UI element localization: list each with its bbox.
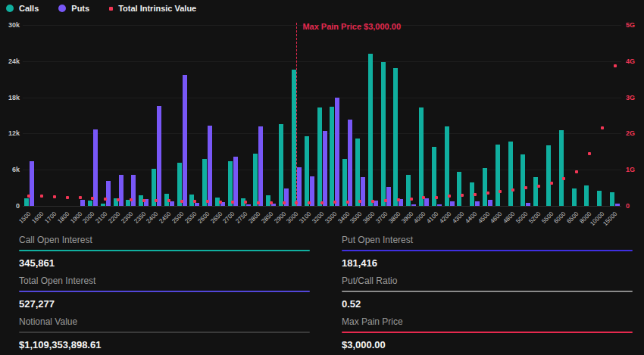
total-intrinsic-value-point[interactable] xyxy=(180,200,183,203)
total-intrinsic-value-point[interactable] xyxy=(562,177,565,180)
call-bar[interactable] xyxy=(572,188,577,206)
call-bar[interactable] xyxy=(406,175,411,206)
call-bar[interactable] xyxy=(381,62,386,206)
total-intrinsic-value-point[interactable] xyxy=(155,199,158,202)
call-bar[interactable] xyxy=(88,201,92,206)
call-bar[interactable] xyxy=(317,107,322,206)
total-intrinsic-value-point[interactable] xyxy=(474,193,477,196)
total-intrinsic-value-point[interactable] xyxy=(588,152,591,155)
legend-item-calls[interactable]: Calls xyxy=(6,4,39,13)
call-bar[interactable] xyxy=(368,54,373,206)
total-intrinsic-value-point[interactable] xyxy=(193,200,196,203)
total-intrinsic-value-point[interactable] xyxy=(308,201,311,204)
put-bar[interactable] xyxy=(424,198,429,206)
total-intrinsic-value-point[interactable] xyxy=(384,199,387,202)
legend-item-puts[interactable]: Puts xyxy=(58,4,89,13)
put-bar[interactable] xyxy=(437,204,442,206)
total-intrinsic-value-point[interactable] xyxy=(575,170,578,173)
put-bar[interactable] xyxy=(323,131,327,206)
put-bar[interactable] xyxy=(183,75,187,206)
total-intrinsic-value-point[interactable] xyxy=(397,198,400,201)
put-bar[interactable] xyxy=(488,200,492,206)
total-intrinsic-value-point[interactable] xyxy=(435,196,438,199)
call-bar[interactable] xyxy=(546,145,551,206)
total-intrinsic-value-point[interactable] xyxy=(486,192,489,195)
total-intrinsic-value-point[interactable] xyxy=(219,201,222,204)
put-bar[interactable] xyxy=(386,187,391,206)
put-bar[interactable] xyxy=(233,157,238,206)
total-intrinsic-value-point[interactable] xyxy=(167,199,170,202)
call-bar[interactable] xyxy=(355,139,360,206)
total-intrinsic-value-point[interactable] xyxy=(537,185,540,188)
put-bar[interactable] xyxy=(208,126,212,206)
put-bar[interactable] xyxy=(246,204,251,206)
call-bar[interactable] xyxy=(228,161,233,206)
total-intrinsic-value-point[interactable] xyxy=(40,195,43,198)
put-bar[interactable] xyxy=(93,129,98,206)
total-intrinsic-value-point[interactable] xyxy=(117,198,120,201)
call-bar[interactable] xyxy=(253,154,258,206)
call-bar[interactable] xyxy=(266,195,270,206)
call-bar[interactable] xyxy=(521,154,525,206)
put-bar[interactable] xyxy=(615,204,620,206)
legend-item-total-intrinsic-value[interactable]: Total Intrinsic Value xyxy=(109,4,196,13)
total-intrinsic-value-point[interactable] xyxy=(130,198,133,201)
put-bar[interactable] xyxy=(157,106,161,206)
call-bar[interactable] xyxy=(24,198,29,206)
total-intrinsic-value-point[interactable] xyxy=(524,186,527,189)
call-bar[interactable] xyxy=(457,172,461,206)
put-bar[interactable] xyxy=(195,203,199,206)
total-intrinsic-value-point[interactable] xyxy=(346,201,349,204)
total-intrinsic-value-point[interactable] xyxy=(142,199,145,202)
total-intrinsic-value-point[interactable] xyxy=(371,200,374,203)
put-bar[interactable] xyxy=(450,201,455,206)
put-bar[interactable] xyxy=(335,98,339,206)
call-bar[interactable] xyxy=(305,136,309,206)
call-bar[interactable] xyxy=(496,145,500,206)
total-intrinsic-value-point[interactable] xyxy=(295,201,298,204)
put-bar[interactable] xyxy=(526,203,530,206)
put-bar[interactable] xyxy=(80,200,85,206)
put-bar[interactable] xyxy=(30,161,34,206)
total-intrinsic-value-point[interactable] xyxy=(499,190,502,193)
call-bar[interactable] xyxy=(483,168,487,206)
put-bar[interactable] xyxy=(348,120,352,206)
call-bar[interactable] xyxy=(292,70,296,206)
call-bar[interactable] xyxy=(419,107,424,206)
total-intrinsic-value-point[interactable] xyxy=(601,126,604,129)
call-bar[interactable] xyxy=(533,177,538,206)
total-intrinsic-value-point[interactable] xyxy=(461,194,464,197)
put-bar[interactable] xyxy=(258,126,263,206)
total-intrinsic-value-point[interactable] xyxy=(511,188,514,192)
total-intrinsic-value-point[interactable] xyxy=(270,201,273,204)
call-bar[interactable] xyxy=(508,142,513,206)
put-bar[interactable] xyxy=(297,167,302,206)
total-intrinsic-value-point[interactable] xyxy=(53,195,56,198)
total-intrinsic-value-point[interactable] xyxy=(448,195,451,198)
call-bar[interactable] xyxy=(597,191,602,206)
total-intrinsic-value-point[interactable] xyxy=(333,201,336,204)
put-bar[interactable] xyxy=(411,204,416,206)
call-bar[interactable] xyxy=(101,204,105,206)
put-bar[interactable] xyxy=(475,201,480,206)
call-bar[interactable] xyxy=(330,107,334,206)
total-intrinsic-value-point[interactable] xyxy=(410,198,413,201)
call-bar[interactable] xyxy=(342,159,347,206)
call-bar[interactable] xyxy=(393,68,398,206)
put-bar[interactable] xyxy=(106,181,111,206)
total-intrinsic-value-point[interactable] xyxy=(550,182,553,185)
total-intrinsic-value-point[interactable] xyxy=(206,200,209,203)
call-bar[interactable] xyxy=(584,185,589,206)
call-bar[interactable] xyxy=(202,159,207,206)
total-intrinsic-value-point[interactable] xyxy=(244,201,247,204)
total-intrinsic-value-point[interactable] xyxy=(66,196,69,199)
total-intrinsic-value-point[interactable] xyxy=(614,64,617,67)
call-bar[interactable] xyxy=(279,124,283,206)
total-intrinsic-value-point[interactable] xyxy=(320,201,324,204)
total-intrinsic-value-point[interactable] xyxy=(27,195,30,198)
total-intrinsic-value-point[interactable] xyxy=(231,201,234,204)
plot-area[interactable] xyxy=(23,25,621,206)
total-intrinsic-value-point[interactable] xyxy=(283,201,286,204)
total-intrinsic-value-point[interactable] xyxy=(79,196,82,199)
total-intrinsic-value-point[interactable] xyxy=(257,201,260,204)
